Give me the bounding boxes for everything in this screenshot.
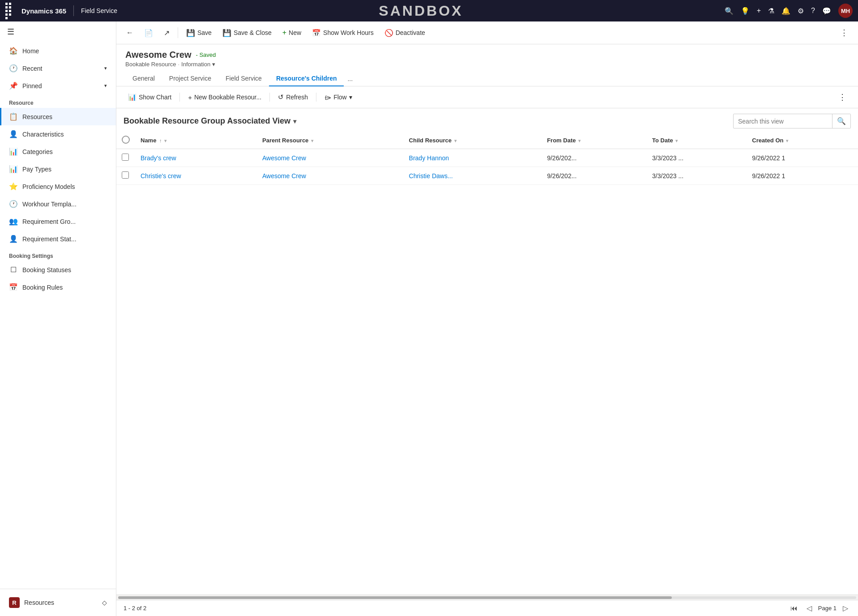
sidebar-item-pinned[interactable]: 📌 Pinned ▾ [0,77,116,94]
view-record-button[interactable]: 📄 [140,26,158,40]
sidebar-item-requirement-gro[interactable]: 👥 Requirement Gro... [0,213,116,230]
sub-separator-2 [269,93,270,102]
tab-general[interactable]: General [125,71,162,86]
new-button[interactable]: + New [278,26,306,39]
sidebar-bottom-resources[interactable]: R Resources ◇ [0,593,116,612]
bell-icon[interactable]: 🔔 [781,7,790,15]
filter-icon[interactable]: ⚗ [768,7,774,15]
subtitle-chevron[interactable]: ▾ [212,61,215,68]
refresh-icon: ↺ [278,93,284,101]
name-sort-icon: ↑ [159,138,162,143]
name-column-header[interactable]: Name ↑ ▾ [135,132,257,149]
show-work-hours-button[interactable]: 📅 Show Work Hours [307,26,378,40]
row2-checkbox[interactable] [122,171,129,179]
parent-filter-icon[interactable]: ▾ [311,138,313,143]
refresh-label: Refresh [286,94,308,101]
flow-button[interactable]: ⌲ Flow ▾ [320,91,357,103]
tab-project-service[interactable]: Project Service [162,71,218,86]
deactivate-button[interactable]: 🚫 Deactivate [380,26,430,40]
booking-section-header: Booking Settings [0,248,116,261]
user-avatar[interactable]: MH [838,4,853,18]
horizontal-scrollbar[interactable] [116,595,858,600]
view-title-text: Bookable Resource Group Associated View [124,116,290,126]
tab-resources-children[interactable]: Resource's Children [269,71,344,86]
row1-parent-link[interactable]: Awesome Crew [262,154,306,162]
new-bookable-resource-button[interactable]: + New Bookable Resour... [184,91,266,103]
show-work-hours-label: Show Work Hours [323,29,374,36]
view-title-chevron[interactable]: ▾ [293,118,296,125]
search-icon: 🔍 [837,117,846,125]
table-area: Name ↑ ▾ Parent Resource ▾ Child Resourc… [116,132,858,595]
sidebar-resources-label: Resources [22,113,52,120]
to-date-column-header[interactable]: To Date ▾ [647,132,747,149]
more-actions-button[interactable]: ⋮ [836,25,853,40]
to-date-filter-icon[interactable]: ▾ [675,138,678,143]
sidebar-item-booking-rules[interactable]: 📅 Booking Rules [0,278,116,296]
sidebar-item-booking-statuses[interactable]: ☐ Booking Statuses [0,261,116,278]
row1-child-link[interactable]: Brady Hannon [409,154,449,162]
sidebar-item-requirement-stat[interactable]: 👤 Requirement Stat... [0,230,116,248]
resource-section-header: Resource [0,94,116,108]
search-button[interactable]: 🔍 [832,114,850,128]
view-header: Bookable Resource Group Associated View … [116,108,858,132]
created-on-column-header[interactable]: Created On ▾ [747,132,858,149]
table-row: Brady's crew Awesome Crew Brady Hannon 9… [116,149,858,167]
chat-icon[interactable]: 💬 [822,7,831,15]
child-resource-column-header[interactable]: Child Resource ▾ [404,132,542,149]
sidebar-item-categories[interactable]: 📊 Categories [0,143,116,160]
open-window-button[interactable]: ↗ [159,26,174,40]
row1-name-link[interactable]: Brady's crew [141,154,176,162]
pager-first-button[interactable]: ⏮ [788,603,800,613]
sub-more-button[interactable]: ⋮ [834,90,851,104]
search-input[interactable] [734,115,832,128]
sidebar-item-home[interactable]: 🏠 Home [0,42,116,60]
tabs-more-button[interactable]: ... [344,72,356,86]
select-all-checkbox[interactable] [122,136,130,144]
sidebar-item-resources[interactable]: 📋 Resources [0,108,116,125]
sidebar-item-characteristics[interactable]: 👤 Characteristics [0,125,116,143]
sidebar-item-recent[interactable]: 🕐 Recent ▾ [0,60,116,77]
pager-prev-button[interactable]: ◁ [804,603,815,613]
tab-field-service[interactable]: Field Service [218,71,269,86]
subtitle-info[interactable]: Information [181,61,210,68]
home-icon: 🏠 [9,47,18,55]
scrollbar-thumb[interactable] [118,596,672,599]
hamburger-menu[interactable]: ☰ [0,21,116,42]
sub-separator-1 [179,93,180,102]
pager-next-button[interactable]: ▷ [840,603,851,613]
save-close-button[interactable]: 💾 Save & Close [218,26,276,40]
child-filter-icon[interactable]: ▾ [454,138,457,143]
tabs-bar: General Project Service Field Service Re… [116,68,858,86]
flow-label: Flow [333,94,347,101]
created-on-filter-icon[interactable]: ▾ [786,138,788,143]
help-icon[interactable]: ? [811,7,815,15]
waffle-menu[interactable] [5,3,14,19]
search-icon[interactable]: 🔍 [725,7,734,15]
settings-icon[interactable]: ⚙ [798,7,804,15]
row2-child-link[interactable]: Christie Daws... [409,172,453,180]
subtitle-separator: · [178,61,179,68]
back-button[interactable]: ← [122,26,138,39]
name-filter-icon[interactable]: ▾ [164,138,166,143]
row2-name-link[interactable]: Christie's crew [141,172,181,180]
save-button[interactable]: 💾 Save [182,26,216,40]
sidebar-item-proficiency-models[interactable]: ⭐ Proficiency Models [0,178,116,195]
sub-separator-3 [316,93,316,102]
show-chart-button[interactable]: 📊 Show Chart [124,91,176,103]
parent-resource-column-header[interactable]: Parent Resource ▾ [257,132,404,149]
lightbulb-icon[interactable]: 💡 [741,7,750,15]
plus-icon[interactable]: + [757,7,761,15]
module-label[interactable]: Field Service [81,7,117,14]
sub-more-icon: ⋮ [838,92,846,102]
page-title: Awesome Crew [125,50,191,60]
row2-parent-link[interactable]: Awesome Crew [262,172,306,180]
subtitle-resource: Bookable Resource [125,61,176,68]
row1-checkbox[interactable] [122,154,129,161]
refresh-button[interactable]: ↺ Refresh [273,91,312,103]
sidebar-item-pay-types[interactable]: 📊 Pay Types [0,160,116,178]
from-date-column-header[interactable]: From Date ▾ [542,132,647,149]
brand-label[interactable]: Dynamics 365 [21,7,66,15]
from-date-filter-icon[interactable]: ▾ [578,138,581,143]
sidebar-item-workhour-templates[interactable]: 🕐 Workhour Templa... [0,195,116,213]
page-label: Page 1 [818,605,837,612]
